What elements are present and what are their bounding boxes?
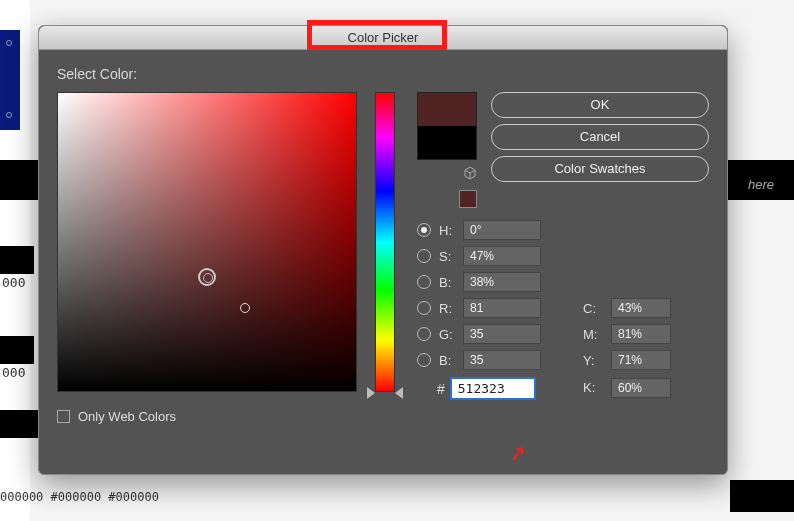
background-strip (0, 410, 40, 438)
hue-indicator-left-icon (367, 387, 375, 399)
hex-input[interactable] (451, 378, 535, 399)
g-label: G: (439, 327, 457, 342)
hex-label: # (437, 381, 445, 397)
color-picker-ring-icon (198, 268, 216, 286)
k-value-field[interactable]: 60% (611, 378, 671, 398)
background-strip (730, 480, 794, 512)
hint-text: here (748, 177, 774, 192)
hue-indicator-right-icon (395, 387, 403, 399)
color-preview-swatch (417, 92, 477, 160)
anchor-dot-icon (6, 40, 12, 46)
background-strip (0, 336, 34, 364)
cell-text: 000 (2, 365, 25, 380)
new-color-swatch (418, 93, 476, 126)
s-radio[interactable] (417, 249, 431, 263)
y-value-field[interactable]: 71% (611, 350, 671, 370)
r-label: R: (439, 301, 457, 316)
only-web-colors-label: Only Web Colors (78, 409, 176, 424)
background-strip (0, 246, 34, 274)
cube-icon[interactable] (463, 166, 477, 180)
annotation-arrow-icon: ➚ (507, 440, 529, 469)
r-value-field[interactable]: 81 (463, 298, 541, 318)
hsb-b-label: B: (439, 275, 457, 290)
cancel-button[interactable]: Cancel (491, 124, 709, 150)
m-value-field[interactable]: 81% (611, 324, 671, 344)
annotation-box (307, 20, 447, 50)
color-field[interactable] (57, 92, 357, 392)
dialog-titlebar[interactable]: Color Picker (39, 26, 727, 50)
y-label: Y: (583, 353, 605, 368)
s-label: S: (439, 249, 457, 264)
color-picker-cursor-icon (240, 303, 250, 313)
h-label: H: (439, 223, 457, 238)
hsb-b-radio[interactable] (417, 275, 431, 289)
rgb-b-radio[interactable] (417, 353, 431, 367)
g-value-field[interactable]: 35 (463, 324, 541, 344)
c-value-field[interactable]: 43% (611, 298, 671, 318)
m-label: M: (583, 327, 605, 342)
h-value-field[interactable]: 0° (463, 220, 541, 240)
select-color-label: Select Color: (57, 66, 709, 82)
g-radio[interactable] (417, 327, 431, 341)
cell-text: 000 (2, 275, 25, 290)
color-picker-dialog: Color Picker Select Color: (38, 25, 728, 475)
only-web-colors-checkbox[interactable] (57, 410, 70, 423)
hsb-b-value-field[interactable]: 38% (463, 272, 541, 292)
rgb-b-value-field[interactable]: 35 (463, 350, 541, 370)
c-label: C: (583, 301, 605, 316)
k-label: K: (583, 380, 605, 395)
current-color-swatch[interactable] (418, 126, 476, 159)
cell-text: 000000 #000000 #000000 (0, 490, 159, 504)
rgb-b-label: B: (439, 353, 457, 368)
s-value-field[interactable]: 47% (463, 246, 541, 266)
anchor-dot-icon (6, 112, 12, 118)
r-radio[interactable] (417, 301, 431, 315)
color-swatches-button[interactable]: Color Swatches (491, 156, 709, 182)
nearest-web-swatch[interactable] (459, 190, 477, 208)
ok-button[interactable]: OK (491, 92, 709, 118)
h-radio[interactable] (417, 223, 431, 237)
hue-slider[interactable] (375, 92, 395, 392)
